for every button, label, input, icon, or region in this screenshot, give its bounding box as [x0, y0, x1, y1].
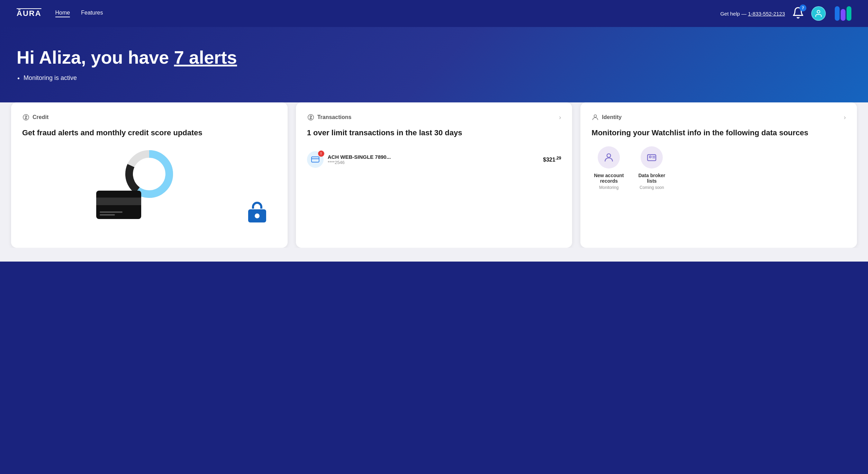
bar-teal: [847, 6, 851, 21]
transactions-card-header: Transactions ›: [307, 113, 561, 121]
identity-chevron[interactable]: ›: [844, 114, 846, 121]
nav-features[interactable]: Features: [81, 10, 103, 17]
avatar-bar: [835, 6, 851, 21]
identity-body-title: Monitoring your Watchlist info in the fo…: [591, 128, 846, 138]
transaction-item[interactable]: ! ACH WEB-SINGLE 7890... ****2546 $321.2…: [307, 146, 561, 173]
identity-item-new-account[interactable]: New account records Monitoring: [591, 146, 626, 190]
credit-body-title: Get fraud alerts and monthly credit scor…: [22, 128, 277, 138]
hero-section: Hi Aliza, you have 7 alerts Monitoring i…: [0, 27, 868, 109]
svg-point-7: [594, 115, 597, 117]
identity-items-grid: New account records Monitoring Data brok…: [591, 146, 846, 190]
bell-button[interactable]: 7: [792, 7, 804, 20]
identity-title: Identity: [602, 114, 622, 120]
transaction-icon-wrap: !: [307, 151, 324, 168]
svg-rect-5: [311, 157, 319, 162]
bar-blue: [835, 6, 840, 21]
credit-title: Credit: [33, 114, 48, 120]
transactions-title: Transactions: [317, 114, 352, 120]
new-account-sublabel: Monitoring: [599, 185, 618, 190]
credit-illustration: [22, 146, 277, 222]
identity-icon: [591, 113, 599, 121]
data-broker-label: Data broker lists: [634, 173, 669, 184]
hero-bullets: Monitoring is active: [24, 74, 851, 82]
phone-link[interactable]: 1-833-552-2123: [748, 11, 785, 17]
identity-item-data-broker[interactable]: Data broker lists Coming soon: [634, 146, 669, 190]
hero-heading: Hi Aliza, you have 7 alerts: [17, 48, 851, 67]
data-broker-icon-bg: [641, 146, 663, 168]
svg-point-8: [607, 154, 611, 157]
user-icon: [814, 9, 823, 18]
cards-section: Credit Get fraud alerts and monthly cred…: [0, 102, 868, 262]
credit-icon: [22, 113, 30, 121]
nav-links: Home Features: [55, 10, 103, 17]
alerts-link[interactable]: 7 alerts: [174, 47, 237, 67]
transaction-details: ACH WEB-SINGLE 7890... ****2546: [328, 154, 539, 165]
navbar: ĀURA Home Features Get help — 1-833-552-…: [0, 0, 868, 27]
card-icon: [311, 155, 320, 164]
logo: ĀURA: [17, 9, 42, 18]
lock-shape: [248, 202, 266, 222]
transactions-chevron[interactable]: ›: [559, 114, 561, 121]
help-text: Get help — 1-833-552-2123: [720, 11, 785, 17]
monitoring-status: Monitoring is active: [24, 74, 851, 82]
credit-title-row: Credit: [22, 113, 48, 121]
credit-card-shape: [96, 191, 141, 219]
svg-point-10: [650, 156, 651, 158]
identity-title-row: Identity: [591, 113, 622, 121]
notification-badge: 7: [799, 4, 806, 11]
bar-purple: [841, 9, 846, 21]
transactions-icon: [307, 113, 315, 121]
transactions-body-title: 1 over limit transactions in the last 30…: [307, 128, 561, 138]
nav-home[interactable]: Home: [55, 10, 70, 17]
data-broker-sublabel: Coming soon: [640, 185, 664, 190]
id-card-icon: [646, 152, 657, 163]
nav-right: Get help — 1-833-552-2123 7: [720, 6, 851, 21]
identity-card-header: Identity ›: [591, 113, 846, 121]
transaction-account: ****2546: [328, 160, 539, 165]
transactions-card[interactable]: Transactions › 1 over limit transactions…: [296, 102, 572, 248]
new-account-icon-bg: [598, 146, 620, 168]
identity-card[interactable]: Identity › Monitoring your Watchlist inf…: [580, 102, 857, 248]
transaction-name: ACH WEB-SINGLE 7890...: [328, 154, 539, 160]
credit-card: Credit Get fraud alerts and monthly cred…: [11, 102, 288, 248]
transaction-alert-dot: !: [318, 151, 324, 157]
avatar[interactable]: [811, 6, 826, 21]
transaction-amount: $321.29: [543, 156, 561, 163]
transactions-title-row: Transactions: [307, 113, 352, 121]
credit-card-header: Credit: [22, 113, 277, 121]
cards-container: Credit Get fraud alerts and monthly cred…: [0, 102, 868, 248]
new-account-label: New account records: [591, 173, 626, 184]
person-icon: [603, 152, 614, 163]
